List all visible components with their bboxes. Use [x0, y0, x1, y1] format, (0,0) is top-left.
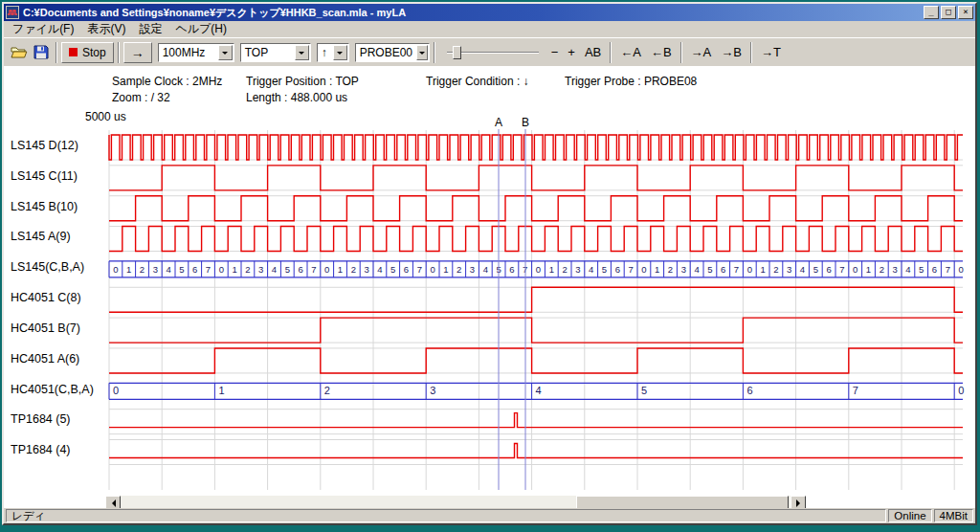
zoom-in-button[interactable]: + [563, 44, 580, 60]
channel-label-hc4051-bus[interactable]: HC4051(C,B,A) [11, 383, 94, 396]
chevron-down-icon[interactable] [416, 45, 428, 60]
open-folder-icon [11, 45, 28, 59]
channel-label-ls145-d[interactable]: LS145 D(12) [11, 139, 78, 152]
goto-a-back-button[interactable]: ←A [615, 44, 646, 60]
toolbar-separator [680, 42, 682, 63]
goto-b-fwd-button[interactable]: →B [716, 44, 746, 60]
trigger-position-select[interactable]: TOP [240, 43, 311, 62]
trigger-position-info: Trigger Position : TOP [246, 75, 359, 88]
zoom-slider-thumb[interactable] [453, 46, 461, 59]
minimize-button[interactable]: _ [924, 6, 939, 19]
toolbar-separator [750, 42, 752, 63]
zoom-info: Zoom : / 32 [112, 91, 170, 104]
triangle-left-icon [108, 499, 116, 507]
chevron-down-icon[interactable] [333, 45, 347, 60]
trigger-condition-info: Trigger Condition : ↓ [426, 75, 529, 88]
toolbar-separator [56, 42, 57, 63]
length-info: Length : 488.000 us [246, 91, 347, 104]
status-ready: レディ [6, 509, 886, 522]
sample-clock-select[interactable]: 100MHz [158, 43, 234, 62]
channel-label-tp1684-5[interactable]: TP1684 (5) [11, 412, 71, 426]
trigger-probe-select[interactable]: PROBE00 [355, 43, 430, 62]
sample-clock-info: Sample Clock : 2MHz [112, 75, 222, 88]
statusbar: レディ Online 4MBit [4, 508, 975, 523]
save-button[interactable] [31, 43, 52, 61]
channel-label-hc4051-c[interactable]: HC4051 C(8) [11, 291, 81, 304]
close-button[interactable]: × [958, 6, 973, 19]
channel-label-ls145-bus[interactable]: LS145(C,B,A) [11, 260, 84, 274]
waveform-panel [4, 66, 975, 508]
toolbar-separator [118, 42, 120, 63]
goto-trigger-button[interactable]: →T [756, 44, 786, 60]
triangle-right-icon [796, 499, 804, 507]
channel-label-tp1684-4[interactable]: TP1684 (4) [11, 443, 71, 456]
toolbar-separator [434, 42, 435, 63]
goto-a-fwd-button[interactable]: →A [686, 44, 717, 60]
chevron-down-icon[interactable] [218, 45, 233, 60]
status-memory: 4MBit [934, 509, 973, 522]
goto-b-back-button[interactable]: ←B [646, 44, 677, 60]
channel-label-ls145-a[interactable]: LS145 A(9) [11, 230, 71, 243]
titlebar[interactable]: C:¥Documents and Settings¥noname¥デスクトップ¥… [4, 4, 975, 21]
ab-markers-button[interactable]: AB [580, 44, 606, 60]
menu-file[interactable]: ファイル(F) [6, 20, 80, 38]
channel-label-hc4051-b[interactable]: HC4051 B(7) [11, 321, 80, 335]
zoom-slider[interactable] [447, 43, 539, 62]
app-icon [6, 6, 19, 19]
channel-label-ls145-c[interactable]: LS145 C(11) [11, 169, 78, 183]
menu-view[interactable]: 表示(V) [80, 20, 132, 38]
stop-icon [69, 48, 78, 56]
run-button[interactable]: → [123, 42, 152, 63]
menubar: ファイル(F) 表示(V) 設定 ヘルプ(H) [4, 21, 975, 37]
menu-settings[interactable]: 設定 [132, 20, 168, 38]
app-window: C:¥Documents and Settings¥noname¥デスクトップ¥… [2, 2, 977, 525]
status-online: Online [888, 509, 931, 522]
channel-label-ls145-b[interactable]: LS145 B(10) [11, 200, 78, 213]
window-title: C:¥Documents and Settings¥noname¥デスクトップ¥… [23, 6, 922, 20]
toolbar: Stop → 100MHz TOP ↑ PROBE00 − + AB ←A ←B [4, 37, 975, 66]
chevron-down-icon[interactable] [295, 45, 309, 60]
zoom-out-button[interactable]: − [546, 44, 564, 60]
menu-help[interactable]: ヘルプ(H) [168, 20, 234, 38]
open-button[interactable] [8, 43, 31, 61]
trigger-probe-info: Trigger Probe : PROBE08 [565, 75, 697, 88]
toolbar-separator [610, 42, 612, 63]
stop-button[interactable]: Stop [61, 42, 114, 63]
channel-label-hc4051-a[interactable]: HC4051 A(6) [11, 352, 79, 366]
floppy-disk-icon [33, 45, 49, 59]
maximize-button[interactable]: □ [941, 6, 956, 19]
time-scale-label: 5000 us [85, 110, 126, 123]
trigger-edge-select[interactable]: ↑ [317, 43, 349, 62]
